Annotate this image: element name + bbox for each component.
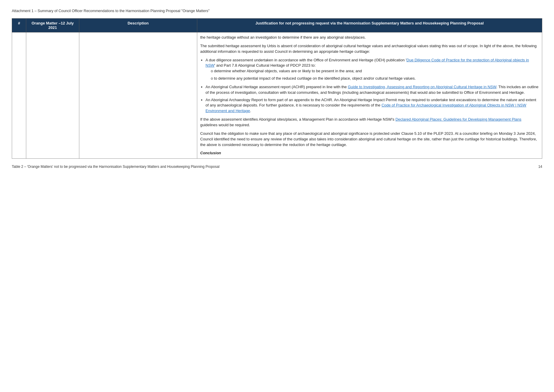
bullet-item-3: An Aboriginal Archaeology Report to form… [206,97,539,114]
col-header-hash: # [12,19,26,32]
page-header: Attachment 1 – Summary of Council Office… [12,9,542,13]
sub-item-1: determine whether Aboriginal objects, va… [211,68,539,74]
footer-left: Table 2 – 'Orange Matters' not to be pro… [12,165,219,169]
cell-matter [26,32,79,159]
bullet-list-1: A due diligence assessment undertaken in… [206,58,539,114]
para-3: If the above assessment identifies Abori… [200,117,539,128]
para-1: the heritage curtilage without an invest… [200,35,539,40]
cell-hash [12,32,26,159]
conclusion-label: Conclusion [200,151,221,155]
page-footer: Table 2 – 'Orange Matters' not to be pro… [12,165,542,169]
sub-list-1: determine whether Aboriginal objects, va… [211,68,539,81]
cell-justification: the heritage curtilage without an invest… [197,32,542,159]
col-header-description: Description [79,19,197,32]
link-due-diligence[interactable]: Due Diligence Code of Practice for the p… [206,58,529,68]
footer-page-number: 14 [538,165,542,169]
main-table: # Orange Matter –12 July 2021 Descriptio… [12,18,542,159]
sub-item-2: to determine any potential impact of the… [211,76,539,81]
para-4: Council has the obligation to make sure … [200,131,539,148]
col-header-justification: Justification for not progressing reques… [197,19,542,32]
link-code-practice[interactable]: Code of Practice for Archaeological Inve… [206,103,526,113]
link-declared-aboriginal[interactable]: Declared Aboriginal Places: Guidelines f… [395,117,521,122]
para-2: The submitted heritage assessment by Urb… [200,43,539,55]
link-guide-investigating[interactable]: Guide to Investigating, Assessing and Re… [348,85,497,89]
col-header-matter: Orange Matter –12 July 2021 [26,19,79,32]
bullet-item-2: An Aboriginal Cultural Heritage assessme… [206,84,539,96]
para-conclusion: Conclusion [200,150,539,156]
table-row: the heritage curtilage without an invest… [12,32,542,159]
cell-description [79,32,197,159]
bullet-item-1: A due diligence assessment undertaken in… [206,58,539,81]
